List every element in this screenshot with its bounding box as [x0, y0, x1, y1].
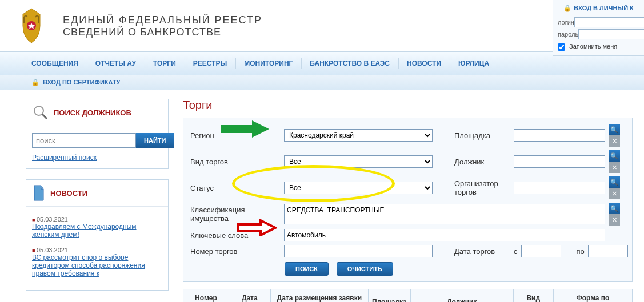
password-label: пароль — [558, 31, 578, 38]
nav-messages[interactable]: СООБЩЕНИЯ — [23, 59, 87, 67]
page-title: Торги — [183, 99, 633, 112]
annotation-green-arrow — [221, 120, 269, 138]
organizer-clear-button[interactable]: ✕ — [609, 188, 620, 199]
number-label: Номер торгов — [190, 247, 282, 256]
content: Торги Регион Краснодарский край Площадка… — [183, 99, 633, 302]
debtor-label: Должник — [454, 158, 511, 166]
news-date: 05.03.2021 — [32, 247, 162, 253]
keywords-input[interactable] — [284, 229, 605, 241]
news-link[interactable]: Поздравляем с Международным женским днем… — [32, 223, 137, 239]
date-label: Дата торгов — [454, 247, 511, 256]
platform-input[interactable] — [514, 129, 605, 142]
header: ЕДИНЫЙ ФЕДЕРАЛЬНЫЙ РЕЕСТР СВЕДЕНИЙ О БАН… — [0, 0, 644, 51]
status-select[interactable]: Все — [284, 182, 433, 194]
login-label: логин — [558, 19, 574, 26]
th-form[interactable]: Форма по предложен цене — [553, 289, 632, 303]
debtor-search-input[interactable] — [32, 133, 136, 148]
classification-lookup-button[interactable]: 🔍 — [609, 203, 620, 214]
login-box: 🔒ВХОД В ЛИЧНЫЙ К логин пароль Запомнить … — [553, 0, 644, 56]
platform-clear-button[interactable]: ✕ — [609, 135, 620, 147]
organizer-lookup-button[interactable]: 🔍 — [609, 176, 620, 188]
th-date[interactable]: Дата торгов — [229, 289, 270, 303]
date-from-input[interactable] — [521, 245, 561, 257]
main-nav: СООБЩЕНИЯ ОТЧЕТЫ АУ ТОРГИ РЕЕСТРЫ МОНИТО… — [0, 51, 644, 75]
th-number[interactable]: Номер торгов — [183, 289, 229, 303]
nav-legal[interactable]: ЮРЛИЦА — [450, 59, 498, 67]
news-item: 05.03.2021 Поздравляем с Международным ж… — [32, 214, 162, 244]
lock-icon: 🔒 — [31, 79, 39, 86]
nav-news[interactable]: НОВОСТИ — [398, 59, 450, 67]
login-input[interactable] — [574, 17, 644, 27]
platform-label: Площадка — [454, 131, 511, 140]
news-panel-title: НОВОСТИ — [50, 189, 87, 198]
type-label: Вид торгов — [190, 158, 282, 166]
news-link[interactable]: ВС рассмотрит спор о выборе кредитором с… — [32, 253, 145, 277]
debtor-search-panel: ПОИСК ДОЛЖНИКОВ НАЙТИ Расширенный поиск — [26, 99, 169, 169]
results-table: Номер торгов Дата торгов Дата размещения… — [183, 289, 633, 302]
search-panel-title: ПОИСК ДОЛЖНИКОВ — [54, 108, 131, 117]
remember-checkbox[interactable] — [558, 43, 565, 51]
annotation-red-arrow — [237, 219, 277, 236]
advanced-search-link[interactable]: Расширенный поиск — [32, 154, 97, 162]
coat-of-arms-icon — [11, 6, 51, 46]
svg-line-2 — [42, 114, 47, 119]
organizer-input[interactable] — [514, 182, 605, 194]
number-input[interactable] — [284, 245, 433, 257]
type-select[interactable]: Все — [284, 155, 433, 168]
login-header[interactable]: 🔒ВХОД В ЛИЧНЫЙ К — [558, 3, 639, 15]
nav-trades[interactable]: ТОРГИ — [145, 59, 185, 67]
region-select[interactable]: Краснодарский край — [284, 129, 433, 142]
title-line1: ЕДИНЫЙ ФЕДЕРАЛЬНЫЙ РЕЕСТР — [63, 14, 262, 26]
remember-label: Запомнить меня — [569, 43, 617, 50]
platform-lookup-button[interactable]: 🔍 — [609, 124, 620, 135]
nav-reports[interactable]: ОТЧЕТЫ АУ — [87, 59, 145, 67]
date-from-label: с — [514, 247, 518, 256]
sidebar: ПОИСК ДОЛЖНИКОВ НАЙТИ Расширенный поиск … — [26, 99, 169, 302]
date-to-input[interactable] — [588, 245, 628, 257]
debtor-search-button[interactable]: НАЙТИ — [136, 133, 174, 148]
lock-icon: 🔒 — [563, 5, 571, 11]
classification-textarea[interactable] — [284, 204, 605, 224]
magnifier-icon — [32, 104, 49, 121]
th-posting-date[interactable]: Дата размещения заявки в ЕФРСБ — [270, 289, 368, 303]
password-input[interactable] — [578, 29, 644, 39]
organizer-label: Организатор торгов — [454, 179, 511, 196]
cert-login-bar[interactable]: 🔒ВХОД ПО СЕРТИФИКАТУ — [0, 75, 644, 90]
svg-point-1 — [34, 106, 43, 115]
search-button[interactable]: ПОИСК — [285, 262, 329, 276]
news-panel: НОВОСТИ 05.03.2021 Поздравляем с Междуна… — [26, 179, 169, 291]
site-title: ЕДИНЫЙ ФЕДЕРАЛЬНЫЙ РЕЕСТР СВЕДЕНИЙ О БАН… — [63, 6, 262, 38]
trades-search-form: Регион Краснодарский край Площадка 🔍✕ Ви… — [183, 118, 633, 282]
title-line2: СВЕДЕНИЙ О БАНКРОТСТВЕ — [63, 26, 262, 38]
debtor-clear-button[interactable]: ✕ — [609, 162, 620, 173]
document-icon — [32, 184, 46, 202]
debtor-lookup-button[interactable]: 🔍 — [609, 150, 620, 162]
news-item: 05.03.2021 ВС рассмотрит спор о выборе к… — [32, 244, 162, 283]
debtor-input[interactable] — [514, 155, 605, 168]
nav-monitoring[interactable]: МОНИТОРИНГ — [235, 59, 301, 67]
nav-registries[interactable]: РЕЕСТРЫ — [185, 59, 235, 67]
th-debtor[interactable]: Должник — [410, 289, 513, 303]
nav-eaec[interactable]: БАНКРОТСТВО В ЕАЭС — [301, 59, 398, 67]
status-label: Статус — [190, 184, 282, 192]
classification-clear-button[interactable]: ✕ — [609, 214, 620, 226]
news-date: 05.03.2021 — [32, 216, 162, 223]
clear-button[interactable]: ОЧИСТИТЬ — [337, 262, 393, 276]
th-platform[interactable]: Площадка — [368, 289, 410, 303]
th-type[interactable]: Вид торгов — [513, 289, 553, 303]
date-to-label: по — [577, 247, 585, 256]
